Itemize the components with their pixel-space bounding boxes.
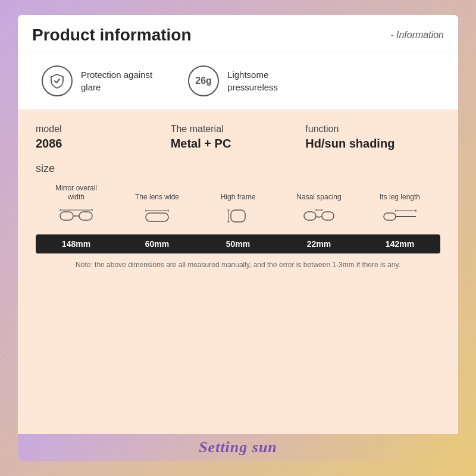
size-values-bar: 148mm 60mm 50mm 22mm 142mm xyxy=(36,234,440,253)
shield-icon xyxy=(42,65,73,96)
function-value: Hd/sun shading xyxy=(305,137,440,151)
col-mirror-width: Mirror overallwidth xyxy=(36,183,117,227)
val-nasal-spacing: 22mm xyxy=(278,234,359,253)
svg-rect-10 xyxy=(231,210,245,222)
specs-row1: model 2086 The material Metal + PC funct… xyxy=(36,124,440,151)
model-label: model xyxy=(36,124,171,134)
col-label-mirror-width: Mirror overallwidth xyxy=(55,183,97,202)
col-label-leg-length: Its leg length xyxy=(380,183,420,202)
val-leg-length: 142mm xyxy=(359,234,440,253)
col-lens-wide: The lens wide xyxy=(117,183,198,227)
header: Product information - Information xyxy=(18,15,458,52)
brand-footer: Setting sun xyxy=(18,434,458,461)
material-label: The material xyxy=(171,124,306,134)
svg-rect-14 xyxy=(304,212,316,220)
val-high-frame: 50mm xyxy=(198,234,278,253)
page-title: Product information xyxy=(32,26,192,45)
col-high-frame: High frame xyxy=(198,183,278,227)
svg-rect-6 xyxy=(146,213,168,221)
model-value: 2086 xyxy=(36,137,171,151)
function-group: function Hd/sun shading xyxy=(305,124,440,151)
model-group: model 2086 xyxy=(36,124,171,151)
col-nasal-spacing: Nasal spacing xyxy=(278,183,359,227)
function-label: function xyxy=(305,124,440,134)
svg-rect-19 xyxy=(384,213,396,220)
material-value: Metal + PC xyxy=(171,137,306,151)
glare-text: Protection against glare xyxy=(81,68,152,93)
material-group: The material Metal + PC xyxy=(171,124,306,151)
icon-mirror-width xyxy=(58,206,94,227)
svg-rect-15 xyxy=(322,212,334,220)
col-label-lens-wide: The lens wide xyxy=(135,183,179,202)
size-label: size xyxy=(36,162,440,175)
svg-rect-0 xyxy=(60,212,73,220)
product-card: Product information - Information Protec… xyxy=(18,15,458,461)
feature-glare: Protection against glare xyxy=(42,65,152,96)
col-label-high-frame: High frame xyxy=(221,183,256,202)
val-lens-wide: 60mm xyxy=(117,234,198,253)
brand-name: Setting sun xyxy=(199,439,277,456)
icon-lens-wide xyxy=(139,206,175,227)
col-leg-length: Its leg length xyxy=(359,183,440,227)
weight-text: Lightsome pressureless xyxy=(227,68,278,93)
col-label-nasal-spacing: Nasal spacing xyxy=(296,183,341,202)
header-subtitle: - Information xyxy=(390,30,444,40)
icon-high-frame xyxy=(220,206,256,227)
weight-icon: 26g xyxy=(188,65,219,96)
specs-section: model 2086 The material Metal + PC funct… xyxy=(18,109,458,434)
note-text: Note: the above dimensions are all measu… xyxy=(36,259,440,270)
icon-leg-length xyxy=(382,206,418,227)
feature-weight: 26g Lightsome pressureless xyxy=(188,65,278,96)
features-section: Protection against glare 26g Lightsome p… xyxy=(18,52,458,109)
size-table: Mirror overallwidth The xyxy=(36,183,440,253)
val-mirror-width: 148mm xyxy=(36,234,117,253)
svg-rect-1 xyxy=(79,212,92,220)
icon-nasal-spacing xyxy=(301,206,337,227)
size-headers: Mirror overallwidth The xyxy=(36,183,440,227)
